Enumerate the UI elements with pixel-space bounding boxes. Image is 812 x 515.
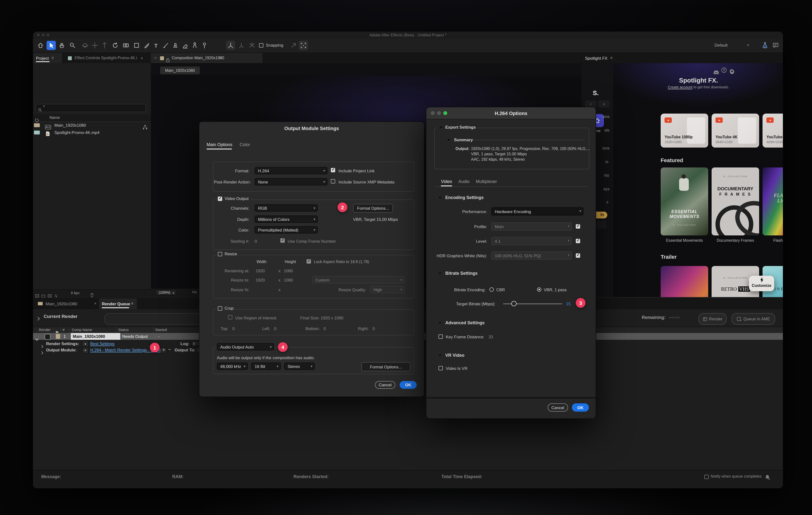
preset-card-youtube-2to1-4k[interactable]: YouTube 2:1, 4K 4096×2048 [762,114,783,147]
target-bitrate-value[interactable]: 15 [566,301,571,306]
feedback-icon[interactable] [772,42,779,51]
resize-to-width[interactable]: 1920 [256,278,265,282]
dolly-tool-icon[interactable] [100,41,109,50]
workspace-more-icon[interactable]: » [747,42,749,47]
resize-preset-dropdown[interactable]: Custom [312,276,405,283]
rq-header-render[interactable]: Render [39,328,51,332]
om-disclosure-icon[interactable] [41,348,44,357]
level-override-checkbox[interactable] [576,239,580,243]
rotobrush-tool-icon[interactable] [190,41,199,50]
comp-zoom-dropdown[interactable]: (100%) [155,289,177,296]
featured-card-documentary-frames[interactable]: S. COLLECTION DOCUMENTARY F R A M E S [712,167,759,236]
home-icon[interactable] [36,41,45,50]
unlock-icon[interactable] [166,56,170,64]
sidebar-partial-label[interactable]: ions [603,146,609,151]
name-column-header[interactable]: Name [50,115,60,120]
vbr-radio[interactable] [537,287,541,292]
color-dropdown[interactable]: Premultiplied (Matted) [255,226,318,234]
h264-cancel-button[interactable]: Cancel [548,403,568,412]
h264-tab-video[interactable]: Video [441,179,452,184]
sidebar-partial-label[interactable]: nts [604,173,609,178]
lock-aspect-checkbox[interactable] [307,259,311,264]
project-search-input[interactable] [35,104,146,112]
profile-dropdown[interactable]: Main [491,222,572,231]
puppet-pin-tool-icon[interactable] [200,41,209,50]
view-axis-mode-icon[interactable] [248,41,257,50]
close-tab-icon[interactable]: × [94,301,96,306]
crop-right-value[interactable]: 0 [373,326,375,331]
sidebar-partial-label[interactable]: ts [605,160,608,164]
row-comp-cell[interactable]: Main_1920x1080 [71,333,120,340]
oms-tab-main-options[interactable]: Main Options [207,142,232,147]
starting-num-value[interactable]: 0 [255,239,257,244]
featured-card-essential-movements[interactable]: ESSENTIALMOVEMENTS S. COLLECTION [661,167,708,236]
encoding-settings-header[interactable]: Encoding Settings [438,195,484,200]
sample-rate-dropdown[interactable]: 48,000 kHz [217,362,248,370]
snapping-checkbox[interactable] [259,43,263,48]
notify-checkbox[interactable] [704,475,709,479]
comp-mini-tab[interactable]: Main_1920x1080 [160,66,200,74]
notification-bell-icon[interactable] [764,473,770,482]
local-axis-mode-icon[interactable] [226,41,235,50]
gear-icon[interactable] [729,67,735,76]
render-settings-value-link[interactable]: Best Settings [90,341,114,346]
export-settings-legend[interactable]: Export Settings [437,125,478,130]
remove-output-module-button[interactable]: − [167,347,172,352]
include-project-link-checkbox[interactable] [331,168,335,172]
discord-icon[interactable] [713,68,719,77]
row-render-checkbox[interactable] [45,334,51,340]
h264-tab-audio[interactable]: Audio [458,179,469,184]
footage-color-swatch[interactable] [34,131,40,134]
crop-bottom-value[interactable]: 0 [323,326,326,331]
log-dropdown[interactable]: E [191,341,200,346]
video-is-vr-checkbox[interactable] [438,366,443,370]
sidebar-partial-label[interactable]: ions [603,114,609,119]
performance-dropdown[interactable]: Hardware Encoding [491,207,583,216]
spotlight-panel-menu-icon[interactable]: ≡ [610,55,613,60]
format-dropdown[interactable]: H.264 [255,167,327,174]
sidebar-partial-label[interactable]: s [606,200,608,205]
sidebar-partial-label[interactable]: als [604,128,609,133]
project-item-name[interactable]: Spotlight-Promo-4K.mp4 [54,130,99,135]
hdr-dropdown[interactable]: 100 (63% HLG, 51% PQ) [491,251,572,260]
eraser-tool-icon[interactable] [180,41,190,50]
help-icon[interactable]: ? [721,67,727,73]
row-disclosure-icon[interactable] [35,334,39,343]
resize-to-height[interactable]: 1080 [284,278,293,282]
add-output-module-button[interactable]: + [161,347,167,353]
rq-header-comp[interactable]: Comp Name [72,328,92,332]
trailer-card[interactable] [661,266,708,297]
queue-in-ame-button[interactable]: Queue in AME [731,313,775,325]
oms-ok-button[interactable]: OK [400,381,417,389]
tab-main-comp[interactable]: Main_1920x1080 [46,301,77,306]
render-queue-menu-icon[interactable]: ≡ [131,301,134,306]
stamp-tool-icon[interactable] [171,41,180,50]
resize-quality-dropdown[interactable]: High [370,286,405,293]
bit-depth-dropdown[interactable]: 16 Bit [251,362,281,370]
pen-tool-icon[interactable] [142,41,151,50]
bitrate-settings-header[interactable]: Bitrate Settings [438,271,477,276]
oms-cancel-button[interactable]: Cancel [375,381,395,389]
channels-audio-dropdown[interactable]: Stereo [284,362,315,370]
crop-checkbox[interactable] [218,306,222,310]
cbr-radio[interactable] [489,287,494,292]
render-button[interactable]: Render [698,313,727,325]
rq-header-started[interactable]: Started [155,328,167,332]
crop-left-value[interactable]: 0 [274,326,276,331]
use-roi-checkbox[interactable] [228,315,232,319]
brush-tool-icon[interactable] [161,41,170,50]
tab-spotlight-fx[interactable]: Spotlight FX [585,56,608,61]
window-zoom-icon[interactable] [47,33,50,36]
sidebar-partial-label[interactable]: ays [603,187,609,191]
oms-tab-color[interactable]: Color [240,142,250,147]
featured-card-label[interactable]: Documentary Frames [712,238,759,243]
tab-effect-controls-label[interactable]: Effect Controls Spotlight-Promo-4K.i [75,56,138,60]
audio-output-dropdown[interactable]: Audio Output Auto [217,343,274,350]
summary-header[interactable]: Summary [447,137,473,142]
type-tool-icon[interactable]: T [151,41,161,50]
camera-tool-icon[interactable] [121,41,130,50]
rq-header-status[interactable]: Status [118,328,129,332]
current-render-label[interactable]: Current Render [44,314,77,319]
channels-dropdown[interactable]: RGB [255,205,318,212]
zoom-tool-icon[interactable] [68,41,77,50]
